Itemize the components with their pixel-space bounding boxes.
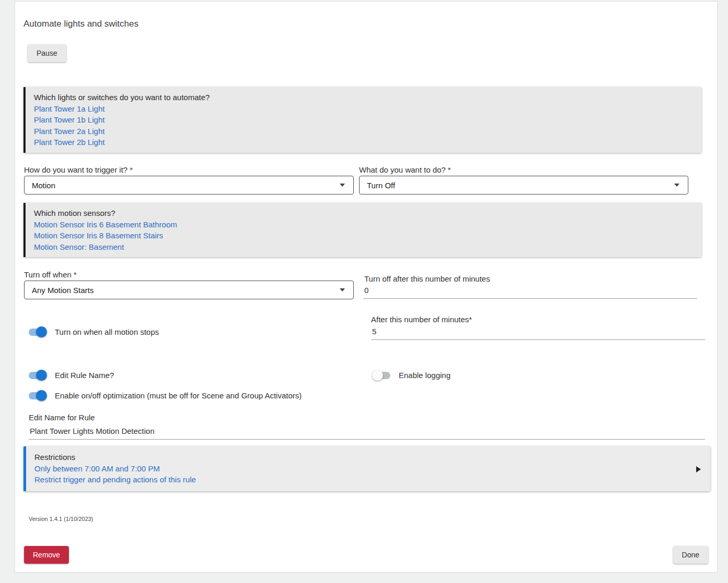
sensor-device-link[interactable]: Motion Sensor Iris 8 Basement Stairs	[34, 230, 163, 241]
toggle-thumb	[372, 370, 383, 381]
chevron-down-icon	[340, 184, 345, 187]
enable-logging-label: Enable logging	[399, 371, 450, 380]
done-button[interactable]: Done	[673, 546, 708, 564]
turn-on-motion-stops-label: Turn on when all motion stops	[55, 327, 159, 336]
lights-question: Which lights or switches do you want to …	[34, 92, 693, 103]
toggle-thumb	[36, 390, 47, 401]
enable-logging-toggle[interactable]	[372, 370, 391, 381]
version-text: Version 1.4.1 (1/10/2023)	[29, 516, 93, 522]
toggle-thumb	[36, 370, 47, 381]
edit-rule-name-label: Edit Rule Name?	[55, 371, 114, 380]
rule-name-label: Edit Name for Rule	[29, 413, 95, 422]
rule-name-input[interactable]	[29, 426, 705, 440]
restrictions-section: Restrictions Only between 7:00 AM and 7:…	[23, 446, 710, 491]
on-off-optimization-toggle[interactable]	[28, 390, 47, 401]
sensors-section: Which motion sensors? Motion Sensor Iris…	[23, 203, 701, 257]
restrictions-title: Restrictions	[34, 452, 702, 463]
turn-off-when-select[interactable]: Any Motion Starts	[24, 281, 354, 299]
on-off-optimization-label: Enable on/off optimization (must be off …	[55, 391, 302, 400]
action-selected-value: Turn Off	[367, 181, 395, 190]
light-device-link[interactable]: Plant Tower 1a Light	[34, 103, 105, 115]
page-title: Automate lights and switches	[23, 19, 138, 29]
chevron-down-icon	[674, 184, 679, 187]
light-device-link[interactable]: Plant Tower 2a Light	[34, 126, 105, 137]
pause-button[interactable]: Pause	[28, 44, 66, 62]
edit-rule-name-toggle[interactable]	[28, 370, 47, 381]
light-device-link[interactable]: Plant Tower 2b Light	[34, 137, 105, 148]
sensors-question: Which motion sensors?	[34, 208, 693, 219]
trigger-select[interactable]: Motion	[24, 176, 354, 195]
chevron-down-icon	[340, 288, 345, 292]
expand-arrow-icon[interactable]	[696, 466, 701, 472]
sensor-device-link[interactable]: Motion Sensor: Basement	[34, 241, 124, 253]
remove-button[interactable]: Remove	[24, 546, 69, 564]
turn-on-motion-stops-toggle[interactable]	[28, 326, 47, 337]
toggle-thumb	[36, 326, 47, 337]
turn-off-when-label: Turn off when *	[24, 270, 77, 279]
restriction-link[interactable]: Only between 7:00 AM and 7:00 PM	[34, 463, 160, 475]
trigger-selected-value: Motion	[32, 181, 55, 190]
trigger-label: How do you want to trigger it? *	[24, 165, 133, 174]
turn-off-after-input[interactable]	[363, 285, 697, 299]
sensor-device-link[interactable]: Motion Sensor Iris 6 Basement Bathroom	[34, 219, 177, 230]
rule-editor-card: Automate lights and switches Pause Which…	[15, 1, 718, 573]
restriction-link[interactable]: Restrict trigger and pending actions of …	[34, 474, 196, 485]
light-device-link[interactable]: Plant Tower 1b Light	[34, 114, 105, 126]
action-select[interactable]: Turn Off	[359, 176, 688, 195]
after-minutes-input[interactable]	[371, 326, 705, 340]
turn-off-after-label: Turn off after this number of minutes	[364, 274, 490, 283]
turn-off-when-selected-value: Any Motion Starts	[32, 286, 93, 295]
lights-section: Which lights or switches do you want to …	[23, 87, 701, 153]
action-label: What do you want to do? *	[359, 165, 451, 174]
after-minutes-label: After this number of minutes*	[371, 315, 472, 324]
